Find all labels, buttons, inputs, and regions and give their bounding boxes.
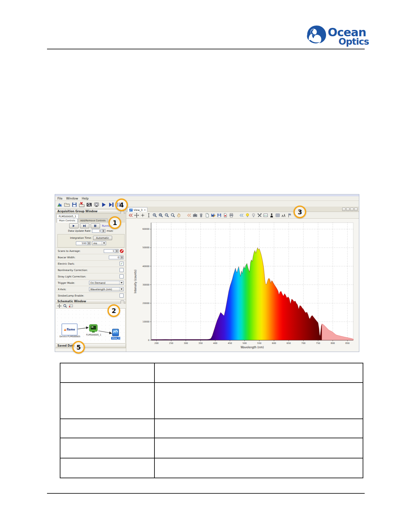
device-brand-label: flame <box>66 328 75 331</box>
zoom-out-icon[interactable] <box>165 213 169 218</box>
svg-text:200: 200 <box>154 342 158 345</box>
callout-2: 2 <box>107 304 120 317</box>
ocean-optics-logo: Ocean Optics <box>306 25 373 48</box>
zoom-reset-icon[interactable] <box>171 213 175 218</box>
zoom-reset-icon[interactable] <box>63 304 67 308</box>
pause-button[interactable] <box>91 223 100 228</box>
camera-icon[interactable] <box>193 213 197 218</box>
callout-5: 5 <box>72 341 85 354</box>
spinner-arrows-icon[interactable] <box>120 256 123 259</box>
menu-help[interactable]: Help <box>82 197 89 200</box>
ocean-optics-wave-icon <box>306 25 327 46</box>
trash-icon[interactable] <box>199 213 203 218</box>
close-tab-icon[interactable]: x <box>144 209 145 211</box>
view-node[interactable] <box>112 329 119 336</box>
open-folder-icon[interactable] <box>64 202 70 208</box>
spinner-arrows-icon[interactable] <box>102 229 105 232</box>
spectrum-plot[interactable]: 2002503003504004505005506006507007508008… <box>126 219 359 352</box>
saved-data-header[interactable]: Saved Data <box>56 344 126 348</box>
step-button[interactable] <box>80 223 89 228</box>
acquisition-node[interactable] <box>89 324 98 333</box>
menu-file[interactable]: File <box>57 197 62 200</box>
export-image-icon[interactable] <box>69 304 73 308</box>
svg-text:400: 400 <box>213 342 217 345</box>
setting-spinner-input[interactable]: 1 <box>104 249 119 253</box>
print-icon[interactable] <box>229 213 234 218</box>
hand-icon[interactable] <box>177 213 181 218</box>
bulb-off-icon[interactable] <box>251 213 256 218</box>
pan-icon[interactable] <box>57 304 61 308</box>
close-file-icon[interactable] <box>79 202 85 208</box>
integration-time-input[interactable]: 100 <box>76 241 91 245</box>
delete-page-icon[interactable] <box>223 213 228 218</box>
setting-checkbox[interactable] <box>120 274 124 278</box>
table-row <box>60 383 363 419</box>
table-cell <box>154 438 363 458</box>
person-icon[interactable] <box>269 213 274 218</box>
svg-text:Intensity (counts): Intensity (counts) <box>134 270 137 293</box>
setting-checkbox[interactable] <box>120 294 124 298</box>
setting-label: X-Axis: <box>58 288 89 291</box>
svg-text:10000: 10000 <box>142 320 149 323</box>
panel-window-buttons[interactable] <box>342 208 358 211</box>
flag-icon[interactable] <box>287 213 292 218</box>
setting-dropdown[interactable]: Wavelength (nm) <box>89 287 124 291</box>
spinner-arrows-icon[interactable] <box>115 250 118 253</box>
chevron-down-icon <box>119 281 123 284</box>
table-icon[interactable] <box>275 213 280 218</box>
zoom-window-icon[interactable] <box>158 213 163 218</box>
pan-icon[interactable] <box>134 213 139 218</box>
move-icon[interactable] <box>140 213 145 218</box>
setting-row: Scans to Average:1 <box>56 248 126 254</box>
play-icon[interactable] <box>101 202 107 208</box>
integration-time-label: Integration Time: <box>70 236 92 239</box>
zoom-in-icon[interactable] <box>152 213 157 218</box>
stop-averaging-icon[interactable] <box>120 249 124 253</box>
setting-spinner-input[interactable]: 0 <box>109 256 124 259</box>
monitor-icon[interactable] <box>94 202 99 208</box>
setting-label: Trigger Mode: <box>58 281 89 284</box>
setting-label: Boxcar Width: <box>58 256 109 259</box>
view-tab[interactable]: View_3 x <box>127 207 147 212</box>
table-cell <box>60 383 154 419</box>
page-icon[interactable] <box>205 213 210 218</box>
device-tab[interactable]: FLMS00005_1 <box>56 214 79 219</box>
setting-row: Nonlinearity Correction: <box>56 267 126 273</box>
integration-time-group: Integration Time: Automatic 100 ms <box>57 234 125 248</box>
save-edit-icon[interactable] <box>211 213 216 218</box>
table-cell <box>154 363 363 383</box>
table-row <box>60 363 363 383</box>
table-cell <box>154 419 363 438</box>
setting-checkbox[interactable] <box>120 268 124 272</box>
setting-row: Strobe/Lamp Enable: <box>56 292 126 299</box>
rewind-orange-icon[interactable] <box>187 213 191 218</box>
tab-main-controls[interactable]: Main Controls <box>57 218 78 223</box>
data-update-rate-input[interactable]: 0 <box>92 229 105 233</box>
save-icon[interactable] <box>217 213 222 218</box>
rewind-blue-icon[interactable] <box>239 213 244 218</box>
cursor-icon[interactable] <box>146 213 151 218</box>
table-cell <box>60 363 154 383</box>
play-button[interactable] <box>69 223 79 228</box>
setting-checkbox[interactable]: ✓ <box>120 262 124 266</box>
menu-window[interactable]: Window <box>66 197 78 200</box>
image-icon[interactable] <box>263 213 268 218</box>
setting-label: Stray Light Correction: <box>58 275 120 278</box>
step-icon[interactable] <box>108 202 114 208</box>
setting-dropdown[interactable]: On Demand <box>89 281 124 285</box>
rewind-red-icon[interactable] <box>128 213 133 218</box>
preview-icon[interactable] <box>86 202 92 208</box>
tab-add-remove-controls[interactable]: Add/Remove Controls <box>78 218 108 223</box>
save-icon[interactable] <box>72 202 77 208</box>
convert-icon[interactable] <box>57 202 62 208</box>
header-rule <box>47 49 365 49</box>
integration-automatic-button[interactable]: Automatic <box>93 236 112 240</box>
tools-icon[interactable] <box>257 213 262 218</box>
device-node[interactable]: ▲ flame <box>61 323 78 336</box>
peaks-icon[interactable] <box>281 213 286 218</box>
integration-unit-dropdown[interactable]: ms <box>92 241 106 245</box>
bulb-on-icon[interactable] <box>245 213 250 218</box>
svg-text:40000: 40000 <box>142 265 149 268</box>
spinner-arrows-icon[interactable] <box>87 242 90 245</box>
spectrum-chart-svg[interactable]: 2002503003504004505005506006507007508008… <box>126 219 359 352</box>
